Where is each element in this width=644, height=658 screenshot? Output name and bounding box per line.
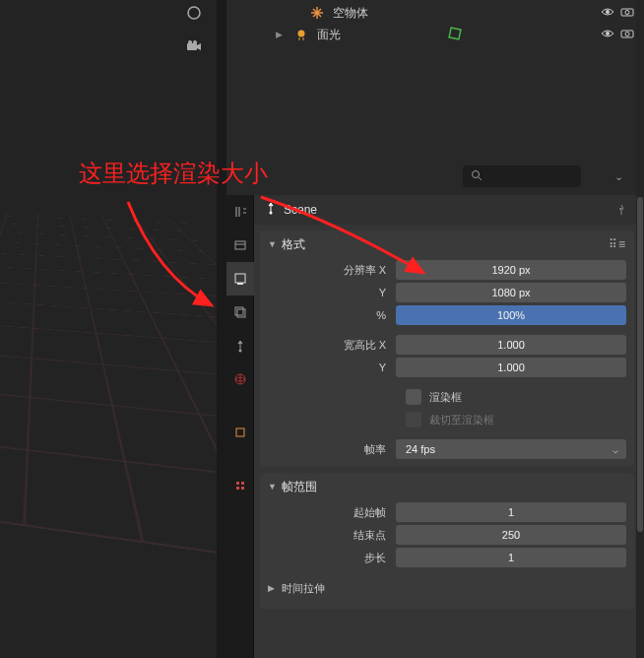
chevron-down-icon: ▼: [268, 482, 282, 492]
fps-row: 帧率 24 fps: [268, 438, 626, 460]
resolution-x-row: 分辨率 X 1920 px: [268, 259, 626, 281]
svg-point-0: [188, 7, 200, 19]
format-panel: ▼ 格式 ⠿≡ 分辨率 X 1920 px Y 1080 px % 100% 宽…: [260, 230, 634, 467]
frame-start-row: 起始帧 1: [268, 501, 626, 523]
modifier-icon[interactable]: [448, 27, 470, 43]
frame-end-input[interactable]: 250: [396, 525, 626, 545]
frame-range-panel: ▼ 帧范围 起始帧 1 结束点 250 步长 1 ▶ 时间拉伸: [260, 473, 634, 609]
aspect-x-row: 宽高比 X 1.000: [268, 334, 626, 356]
fps-label: 帧率: [268, 442, 396, 457]
outliner-item-empty[interactable]: 空物体: [232, 2, 634, 24]
format-panel-header[interactable]: ▼ 格式 ⠿≡: [260, 230, 634, 258]
svg-point-12: [473, 171, 480, 178]
tab-output[interactable]: [226, 262, 254, 296]
fps-dropdown[interactable]: 24 fps: [396, 439, 626, 459]
aspect-x-input[interactable]: 1.000: [396, 335, 626, 355]
resolution-y-input[interactable]: 1080 px: [396, 283, 626, 302]
expand-icon[interactable]: ▶: [276, 30, 291, 39]
camera-icon[interactable]: [620, 28, 634, 41]
aspect-x-label: 宽高比 X: [268, 338, 396, 353]
crop-region-label: 裁切至渲染框: [429, 413, 504, 428]
camera-icon[interactable]: [620, 6, 634, 20]
time-stretch-header[interactable]: ▶ 时间拉伸: [268, 577, 626, 599]
aspect-y-input[interactable]: 1.000: [396, 358, 626, 377]
crop-region-checkbox[interactable]: [406, 412, 421, 428]
svg-point-4: [606, 10, 610, 14]
annotation-text: 这里选择渲染大小: [79, 158, 268, 189]
frame-step-label: 步长: [268, 551, 396, 565]
svg-rect-16: [235, 307, 243, 315]
scrollbar-thumb[interactable]: [637, 197, 643, 532]
svg-rect-1: [187, 43, 197, 50]
tab-texture[interactable]: [226, 469, 254, 502]
time-stretch-label: 时间拉伸: [282, 581, 325, 596]
resolution-x-input[interactable]: 1920 px: [396, 260, 626, 280]
outliner-body[interactable]: ⌄: [226, 49, 640, 195]
eye-icon[interactable]: [601, 28, 614, 41]
panel-menu-icon[interactable]: ⠿≡: [609, 237, 626, 251]
tab-scene[interactable]: [226, 329, 254, 362]
grid-floor: [0, 205, 217, 614]
svg-point-3: [193, 40, 197, 44]
frame-end-row: 结束点 250: [268, 524, 626, 546]
svg-point-6: [625, 11, 629, 15]
svg-point-11: [625, 33, 629, 36]
camera-view-icon[interactable]: [181, 33, 207, 59]
outliner-label: 空物体: [327, 5, 601, 22]
render-region-checkbox[interactable]: [406, 389, 421, 405]
tab-tool[interactable]: [226, 195, 254, 229]
viewport-toolbar: [181, 0, 207, 59]
tab-viewlayer[interactable]: [226, 296, 254, 329]
svg-rect-22: [241, 482, 244, 485]
light-icon: [291, 28, 311, 41]
frame-step-input[interactable]: 1: [396, 548, 626, 567]
tab-object[interactable]: [226, 416, 254, 449]
properties-tabs: [226, 195, 254, 658]
resolution-pct-label: %: [268, 309, 396, 321]
scene-label: Scene: [284, 203, 317, 217]
svg-rect-13: [235, 241, 245, 249]
outliner[interactable]: 空物体 ▶ 面光: [226, 0, 640, 49]
tab-world[interactable]: [226, 362, 254, 396]
svg-point-18: [239, 350, 242, 353]
frame-range-header[interactable]: ▼ 帧范围: [260, 473, 634, 500]
svg-rect-21: [236, 482, 239, 485]
svg-point-9: [606, 32, 610, 35]
outliner-item-light[interactable]: ▶ 面光: [232, 24, 634, 45]
scrollbar[interactable]: [636, 0, 644, 658]
render-region-row: 渲染框: [268, 386, 626, 408]
viewport-3d[interactable]: [0, 0, 217, 658]
aspect-y-row: Y 1.000: [268, 357, 626, 378]
frame-start-input[interactable]: 1: [396, 502, 626, 522]
format-title: 格式: [282, 236, 609, 253]
resolution-y-label: Y: [268, 287, 396, 298]
scene-header[interactable]: Scene: [254, 195, 640, 225]
svg-rect-20: [236, 428, 244, 436]
resolution-pct-row: % 100%: [268, 304, 626, 326]
svg-rect-8: [449, 28, 461, 39]
svg-rect-23: [236, 487, 239, 490]
scene-icon: [264, 202, 278, 219]
svg-rect-17: [237, 309, 245, 317]
svg-point-25: [270, 211, 273, 214]
frame-start-label: 起始帧: [268, 505, 396, 520]
chevron-down-icon: ▼: [268, 239, 282, 249]
pin-icon[interactable]: [612, 201, 630, 219]
properties-panel: Scene ▼ 格式 ⠿≡ 分辨率 X 1920 px Y 1080 px % …: [254, 195, 640, 658]
frame-step-row: 步长 1: [268, 547, 626, 568]
svg-point-2: [188, 40, 192, 44]
tab-render[interactable]: [226, 229, 254, 262]
svg-rect-24: [241, 487, 244, 490]
empty-icon: [307, 6, 327, 20]
outliner-label: 面光: [311, 27, 448, 43]
resolution-y-row: Y 1080 px: [268, 282, 626, 303]
crop-region-row: 裁切至渲染框: [268, 409, 626, 430]
resolution-x-label: 分辨率 X: [268, 263, 396, 278]
hand-icon[interactable]: [181, 0, 207, 26]
search-input[interactable]: [463, 165, 581, 187]
options-dropdown[interactable]: ⌄: [609, 165, 628, 187]
eye-icon[interactable]: [601, 6, 614, 20]
resolution-pct-input[interactable]: 100%: [396, 305, 626, 325]
svg-rect-14: [235, 274, 245, 283]
render-region-label: 渲染框: [429, 390, 472, 405]
